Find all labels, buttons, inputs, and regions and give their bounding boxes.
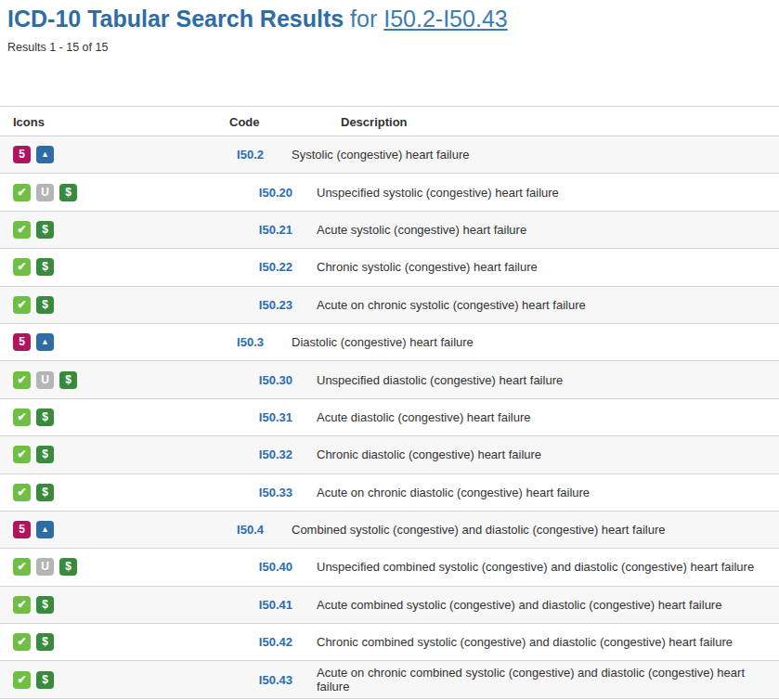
icons-cell: ✔$ [0,296,204,314]
table-row: ✔$I50.42Chronic combined systolic (conge… [0,624,779,661]
billable-check-icon: ✔ [13,596,31,614]
billable-check-icon: ✔ [13,633,31,651]
reimbursable-icon: $ [59,558,77,576]
page-title: ICD-10 Tabular Search Results for I50.2-… [7,5,779,32]
table-row: ✔U$I50.30Unspecified diastolic (congesti… [0,361,779,398]
description-cell: Acute combined systolic (congestive) and… [317,598,721,612]
code-link[interactable]: I50.30 [259,373,292,387]
reimbursable-icon: $ [59,184,77,201]
fifth-character-required-icon: 5 [13,146,31,163]
description-cell: Systolic (congestive) heart failure [292,148,469,162]
icons-cell: 5▲ [0,333,204,351]
code-link[interactable]: I50.4 [237,523,264,537]
code-link[interactable]: I50.32 [259,447,292,461]
code-link[interactable]: I50.31 [259,410,292,424]
table-row: ✔$I50.31Acute diastolic (congestive) hea… [0,399,779,436]
description-cell: Unspecified diastolic (congestive) heart… [317,373,563,387]
unspecified-code-icon: U [36,371,54,389]
results-table: Icons Code Description 5▲I50.2Systolic (… [0,106,779,699]
column-header-description: Description [341,115,408,129]
reimbursable-icon: $ [36,633,54,651]
description-cell: Acute on chronic systolic (congestive) h… [317,298,586,312]
reimbursable-icon: $ [36,596,54,614]
icons-cell: ✔$ [0,596,204,614]
table-row: ✔U$I50.20Unspecified systolic (congestiv… [0,174,779,211]
description-cell: Unspecified combined systolic (congestiv… [317,560,754,574]
table-row: ✔$I50.23Acute on chronic systolic (conge… [0,287,779,324]
code-link[interactable]: I50.22 [259,260,292,274]
table-row: 5▲I50.4Combined systolic (congestive) an… [0,512,779,549]
column-header-code: Code [229,115,260,129]
code-cell: I50.30 [204,373,292,387]
description-cell: Acute on chronic combined systolic (cong… [317,666,779,694]
table-row: ✔$I50.21Acute systolic (congestive) hear… [0,212,779,249]
icons-cell: ✔U$ [0,184,204,201]
code-link[interactable]: I50.2 [237,148,264,162]
reimbursable-icon: $ [36,221,54,239]
non-billable-parent-code-icon: ▲ [36,333,54,351]
reimbursable-icon: $ [36,296,54,314]
billable-check-icon: ✔ [13,258,31,276]
billable-check-icon: ✔ [13,184,31,201]
code-cell: I50.43 [204,673,292,687]
description-cell: Acute on chronic diastolic (congestive) … [317,486,590,499]
description-cell: Diastolic (congestive) heart failure [292,335,474,349]
column-header-icons: Icons [13,115,45,129]
code-cell: I50.4 [204,523,264,537]
code-cell: I50.32 [204,447,292,461]
billable-check-icon: ✔ [13,558,31,576]
code-cell: I50.3 [204,335,264,349]
reimbursable-icon: $ [59,371,77,389]
code-link[interactable]: I50.33 [259,486,292,499]
billable-check-icon: ✔ [13,671,31,689]
table-row: ✔$I50.33Acute on chronic diastolic (cong… [0,474,779,512]
icons-cell: ✔U$ [0,371,204,389]
table-row: ✔$I50.41Acute combined systolic (congest… [0,587,779,624]
code-cell: I50.41 [204,598,292,612]
code-link[interactable]: I50.20 [259,186,292,200]
code-link[interactable]: I50.21 [259,223,292,237]
billable-check-icon: ✔ [13,371,31,389]
results-table-body: 5▲I50.2Systolic (congestive) heart failu… [0,136,779,699]
code-link[interactable]: I50.40 [259,560,292,574]
unspecified-code-icon: U [36,184,54,201]
icons-cell: ✔$ [0,221,204,239]
icons-cell: ✔$ [0,446,204,463]
code-cell: I50.23 [204,298,292,312]
table-row: ✔$I50.43Acute on chronic combined systol… [0,661,779,698]
billable-check-icon: ✔ [13,446,31,463]
icons-cell: ✔U$ [0,558,204,576]
code-cell: I50.42 [204,635,292,649]
description-cell: Unspecified systolic (congestive) heart … [317,186,559,200]
icons-cell: ✔$ [0,258,204,276]
code-cell: I50.2 [204,148,264,162]
reimbursable-icon: $ [36,408,54,426]
non-billable-parent-code-icon: ▲ [36,146,54,163]
code-link[interactable]: I50.23 [259,298,292,312]
icons-cell: ✔$ [0,408,204,426]
code-cell: I50.22 [204,260,292,274]
billable-check-icon: ✔ [13,221,31,239]
code-cell: I50.40 [204,560,292,574]
reimbursable-icon: $ [36,446,54,463]
code-link[interactable]: I50.43 [259,673,292,687]
page-title-main: ICD-10 Tabular Search Results [7,6,344,32]
icons-cell: 5▲ [0,521,204,538]
code-link[interactable]: I50.42 [259,635,292,649]
billable-check-icon: ✔ [13,296,31,314]
description-cell: Chronic combined systolic (congestive) a… [317,635,733,649]
code-link[interactable]: I50.3 [237,335,264,349]
fifth-character-required-icon: 5 [13,333,31,351]
page-title-connector: for [344,6,383,32]
results-summary: Results 1 - 15 of 15 [7,41,779,54]
reimbursable-icon: $ [36,671,54,689]
code-link[interactable]: I50.41 [259,598,292,612]
icons-cell: ✔$ [0,633,204,651]
table-row: ✔$I50.22Chronic systolic (congestive) he… [0,249,779,286]
description-cell: Acute diastolic (congestive) heart failu… [317,410,531,424]
billable-check-icon: ✔ [13,484,31,501]
description-cell: Combined systolic (congestive) and diast… [292,523,665,537]
table-row: ✔U$I50.40Unspecified combined systolic (… [0,549,779,586]
code-range-link[interactable]: I50.2-I50.43 [383,6,507,32]
code-cell: I50.21 [204,223,292,237]
